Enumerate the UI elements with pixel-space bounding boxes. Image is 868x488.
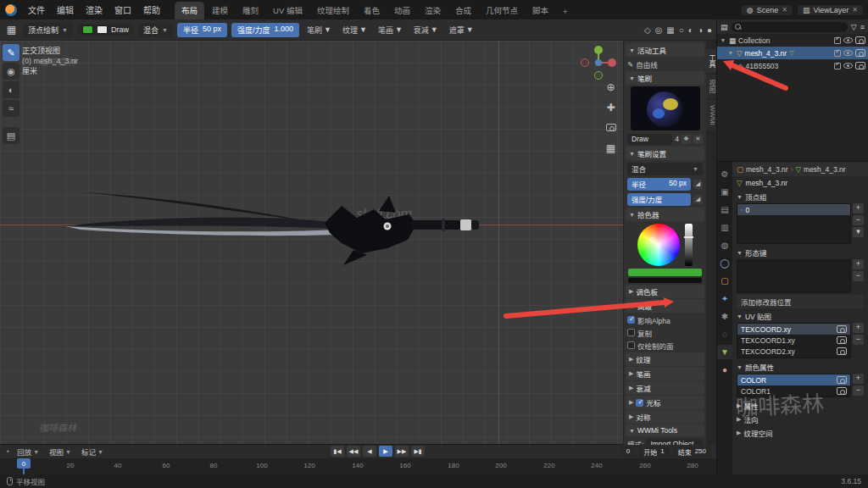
add-button[interactable]: + [853, 203, 864, 214]
camera-view-icon[interactable] [604, 120, 618, 135]
frame-start-field[interactable]: 开始 1 [638, 446, 669, 458]
remove-button[interactable]: − [853, 215, 864, 225]
radius-slider[interactable]: 半径 50 px [177, 23, 227, 37]
checkbox-icon[interactable] [627, 341, 635, 349]
menu-marker[interactable]: 标记▼ [79, 446, 106, 457]
remove-button[interactable]: − [853, 335, 864, 345]
tab-material[interactable]: ● [717, 363, 732, 377]
xray-icon[interactable]: ▦ [666, 25, 674, 35]
eye-icon[interactable] [843, 50, 853, 56]
tab-modeling[interactable]: 建模 [205, 2, 235, 19]
average-tool-button[interactable]: ◐ [3, 81, 19, 98]
tab-tool[interactable]: ⚙ [717, 167, 732, 181]
panel-palette[interactable]: ▶ 调色板 [626, 285, 704, 298]
checkbox-icon[interactable] [834, 50, 841, 57]
panel-texture-space[interactable]: ▶ 纹理空间 [732, 426, 868, 440]
overlays-icon[interactable]: ◎ [655, 25, 663, 35]
sidebar-tab-wwmi[interactable]: WWMi [706, 100, 716, 130]
checkbox-icon[interactable] [627, 329, 635, 336]
breadcrumb-data[interactable]: mesh_4_3.nr [804, 165, 846, 174]
editor-type-icon[interactable]: ◔ [5, 447, 9, 456]
specials-menu-button[interactable]: ▾ [853, 227, 864, 237]
camera-render-icon[interactable] [855, 62, 865, 69]
panel-brush[interactable]: ▼ 笔刷 [626, 71, 704, 85]
add-button[interactable]: + [853, 323, 864, 333]
scene-selector[interactable]: ◍ Scene ✕ [742, 5, 793, 15]
tab-shading[interactable]: 着色 [357, 2, 387, 19]
draw-tool-button[interactable]: ✎ [3, 44, 19, 61]
panel-color-attributes[interactable]: ▼ 颜色属性 [732, 360, 868, 374]
panel-symmetry[interactable]: ▶ 对称 [626, 410, 704, 424]
prev-keyframe-button[interactable]: ◀◀ [347, 446, 360, 457]
tab-uv-editing[interactable]: UV 编辑 [266, 2, 309, 19]
menu-edit[interactable]: 编辑 [53, 2, 78, 18]
annotate-tool-button[interactable]: ▤ [3, 127, 19, 144]
current-frame-field[interactable]: 0 [621, 446, 635, 458]
panel-vertex-groups[interactable]: ▼ 顶点组 [732, 190, 868, 203]
menu-file[interactable]: 文件 [24, 2, 49, 18]
sidebar-tab-tool[interactable]: 工具 [706, 49, 716, 73]
tab-output[interactable]: ▤ [717, 202, 732, 217]
menu-view[interactable]: 视图▼ [47, 446, 74, 457]
menu-help[interactable]: 帮助 [139, 2, 164, 18]
list-item[interactable]: TEXCOORD2.xy [737, 346, 850, 357]
breadcrumb-object[interactable]: mesh_4_3.nr [746, 165, 788, 174]
tab-modifiers[interactable]: ✦ [717, 291, 732, 306]
brush-selector[interactable]: Draw [77, 24, 134, 36]
list-item[interactable]: ◦ 0 [737, 204, 850, 215]
outliner-row-child[interactable]: ◇ 41B55503 [717, 59, 868, 72]
play-button[interactable]: ▶ [379, 446, 392, 457]
outliner-row-mesh[interactable]: ▼ ▽ mesh_4_3.nr ▽ [717, 47, 868, 59]
panel-attributes[interactable]: ▶ 属性 [732, 399, 868, 413]
jump-to-start-button[interactable]: ▮◀ [331, 446, 344, 457]
panel-texture[interactable]: ▶ 纹理 [626, 352, 704, 366]
fake-user-icon[interactable]: ❖ [682, 135, 691, 144]
3d-viewport[interactable]: 正交顶视图 (0) mesh_4_3.nr 厘米 咖啡森林 sksll.com … [0, 41, 716, 445]
viewlayer-unlink-icon[interactable]: ✕ [852, 6, 858, 14]
snap-icon[interactable]: ◇ [644, 25, 651, 35]
popover-brush[interactable]: 笔刷▼ [303, 23, 335, 37]
tab-object[interactable]: ▢ [717, 274, 732, 288]
blend-dropdown[interactable]: 混合 ▼ [627, 163, 703, 175]
perspective-toggle-icon[interactable]: ▦ [604, 141, 618, 155]
extra-row[interactable]: 添加修改器位置 [737, 295, 864, 308]
frame-end-field[interactable]: 结束 250 [673, 446, 711, 458]
tab-scripting[interactable]: 脚本 [526, 2, 555, 19]
next-keyframe-button[interactable]: ▶▶ [395, 446, 409, 457]
checkbox-icon[interactable] [834, 63, 841, 69]
value-slider[interactable] [685, 224, 693, 266]
panel-normals[interactable]: ▶ 法向 [732, 413, 868, 426]
sword-model[interactable] [47, 174, 487, 275]
tab-geometry-nodes[interactable]: 几何节点 [479, 2, 525, 19]
shading-solid-icon[interactable]: ◐ [688, 25, 693, 35]
tab-render[interactable]: ▣ [717, 185, 732, 199]
sidebar-tab-view[interactable]: 视图 [706, 75, 716, 98]
blur-tool-button[interactable]: ◉ [3, 63, 19, 80]
outliner-row-collection[interactable]: ▼ ▦ Collection [717, 34, 868, 47]
data-name-field[interactable]: mesh_4_3.nr [746, 179, 788, 187]
tab-scene[interactable]: ◍ [717, 238, 732, 252]
disclosure-icon[interactable]: ▼ [720, 37, 726, 43]
smear-tool-button[interactable]: ≈ [3, 100, 19, 117]
primary-color-bar[interactable] [628, 269, 702, 276]
popover-falloff[interactable]: 衰减▼ [410, 23, 442, 37]
add-button[interactable]: + [853, 259, 864, 269]
eye-icon[interactable] [843, 63, 853, 69]
list-item[interactable]: TEXCOORD1.xy [737, 335, 850, 346]
checkbox-checked-icon[interactable] [627, 316, 635, 324]
color-wheel[interactable] [637, 224, 680, 266]
shading-wireframe-icon[interactable]: ○ [679, 25, 684, 35]
camera-render-icon[interactable] [855, 36, 865, 44]
panel-cursor[interactable]: ▶ 光标 [626, 396, 704, 409]
jump-to-end-button[interactable]: ▶▮ [411, 446, 425, 457]
navigation-gizmo[interactable] [580, 44, 617, 81]
tab-object-data[interactable]: ▼ [717, 345, 732, 359]
panel-advanced[interactable]: ▼ 高级 [626, 299, 704, 313]
camera-render-icon[interactable] [837, 325, 847, 333]
panel-color-picker[interactable]: ▼ 拾色器 [626, 208, 704, 221]
popover-mask[interactable]: 遮罩▼ [446, 23, 477, 37]
primary-color-swatch[interactable] [82, 25, 93, 34]
popover-texture[interactable]: 纹理▼ [339, 23, 370, 37]
option-affect-alpha[interactable]: 影响Alpha [624, 313, 706, 326]
tab-compositing[interactable]: 合成 [448, 2, 478, 19]
